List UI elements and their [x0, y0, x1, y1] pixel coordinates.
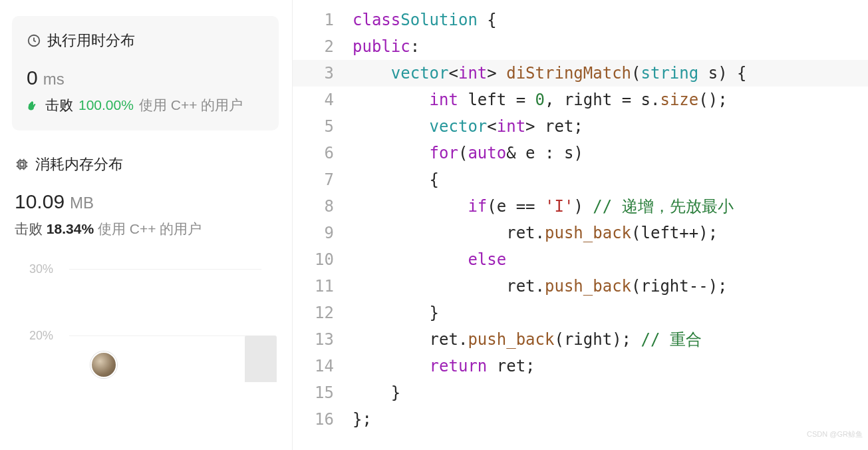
chart-bar[interactable] [245, 336, 277, 382]
code-editor[interactable]: 1classSolution {2public:3 vector<int> di… [293, 0, 868, 450]
memory-metric: 10.09 MB [15, 190, 276, 213]
code-line[interactable]: 3 vector<int> diStringMatch(string s) { [293, 60, 868, 87]
memory-beat-suffix: 使用 C++ 的用户 [98, 221, 202, 236]
gridline [69, 269, 261, 270]
code-line[interactable]: 1classSolution { [293, 7, 868, 33]
code-content[interactable]: ret.push_back(left++); [353, 220, 718, 246]
runtime-metric: 0 ms [27, 67, 264, 89]
memory-title-row: 消耗内存分布 [15, 154, 276, 174]
code-content[interactable]: public: [353, 33, 420, 60]
line-number: 8 [293, 193, 353, 220]
code-line[interactable]: 2public: [293, 33, 868, 60]
code-content[interactable]: classSolution { [353, 7, 497, 33]
gridline [69, 336, 261, 336]
code-content[interactable]: int left = 0, right = s.size(); [353, 87, 728, 113]
line-number: 1 [293, 7, 353, 33]
code-content[interactable]: }; [353, 406, 372, 433]
line-number: 3 [293, 60, 353, 87]
runtime-beat-prefix: 击败 [45, 96, 73, 114]
code-content[interactable]: ret.push_back(right); // 重合 [353, 326, 702, 353]
line-number: 14 [293, 353, 353, 379]
code-line[interactable]: 7 { [293, 166, 868, 193]
code-content[interactable]: else [353, 246, 506, 273]
line-number: 10 [293, 246, 353, 273]
code-content[interactable]: { [353, 166, 439, 193]
code-content[interactable]: } [353, 300, 439, 326]
line-number: 12 [293, 300, 353, 326]
code-line[interactable]: 15 } [293, 379, 868, 406]
memory-beat-pct: 18.34% [47, 221, 94, 236]
code-line[interactable]: 14 return ret; [293, 353, 868, 379]
runtime-title: 执行用时分布 [47, 31, 135, 51]
memory-unit: MB [70, 194, 94, 212]
yaxis-label-20: 20% [29, 329, 53, 343]
code-content[interactable]: } [353, 379, 400, 406]
code-content[interactable]: vector<int> diStringMatch(string s) { [353, 60, 746, 87]
line-number: 9 [293, 220, 353, 246]
runtime-title-row: 执行用时分布 [27, 31, 264, 51]
memory-beat-line: 击败 18.34% 使用 C++ 的用户 [15, 220, 276, 238]
line-number: 6 [293, 140, 353, 166]
line-number: 4 [293, 87, 353, 113]
watermark: CSDN @GR鲸鱼 [807, 421, 863, 447]
code-content[interactable]: if(e == 'I') // 递增，先放最小 [353, 193, 734, 220]
code-line[interactable]: 5 vector<int> ret; [293, 113, 868, 140]
memory-card: 消耗内存分布 10.09 MB 击败 18.34% 使用 C++ 的用户 30%… [12, 150, 279, 373]
svg-rect-1 [19, 161, 26, 168]
code-content[interactable]: return ret; [353, 353, 535, 379]
chip-icon [15, 157, 29, 172]
runtime-beat-line: 击败 100.00% 使用 C++ 的用户 [27, 96, 264, 114]
memory-value: 10.09 [15, 190, 65, 213]
clock-icon [27, 33, 41, 48]
line-number: 7 [293, 166, 353, 193]
code-line[interactable]: 11 ret.push_back(right--); [293, 273, 868, 300]
runtime-value: 0 [27, 67, 38, 89]
svg-rect-2 [20, 162, 24, 166]
code-line[interactable]: 6 for(auto& e : s) [293, 140, 868, 166]
runtime-unit: ms [43, 70, 65, 89]
memory-chart: 30% 20% [29, 260, 261, 373]
code-content[interactable]: vector<int> ret; [353, 113, 583, 140]
code-line[interactable]: 8 if(e == 'I') // 递增，先放最小 [293, 193, 868, 220]
code-line[interactable]: 13 ret.push_back(right); // 重合 [293, 326, 868, 353]
line-number: 11 [293, 273, 353, 300]
memory-title: 消耗内存分布 [35, 154, 123, 174]
runtime-beat-suffix: 使用 C++ 的用户 [139, 96, 243, 114]
yaxis-label-30: 30% [29, 262, 53, 276]
code-line[interactable]: 10 else [293, 246, 868, 273]
code-content[interactable]: for(auto& e : s) [353, 140, 583, 166]
code-line[interactable]: 4 int left = 0, right = s.size(); [293, 87, 868, 113]
line-number: 13 [293, 326, 353, 353]
line-number: 5 [293, 113, 353, 140]
avatar[interactable] [90, 351, 117, 378]
code-line[interactable]: 12 } [293, 300, 868, 326]
runtime-card: 执行用时分布 0 ms 击败 100.00% 使用 C++ 的用户 [12, 16, 279, 130]
memory-beat-prefix: 击败 [15, 221, 43, 236]
runtime-beat-pct: 100.00% [78, 97, 134, 113]
line-number: 15 [293, 379, 353, 406]
code-content[interactable]: ret.push_back(right--); [353, 273, 728, 300]
clap-icon [27, 99, 40, 112]
code-line[interactable]: 16}; [293, 406, 868, 433]
line-number: 2 [293, 33, 353, 60]
stats-panel: 执行用时分布 0 ms 击败 100.00% 使用 C++ 的用户 消耗内存分布… [0, 0, 293, 450]
code-line[interactable]: 9 ret.push_back(left++); [293, 220, 868, 246]
line-number: 16 [293, 406, 353, 433]
